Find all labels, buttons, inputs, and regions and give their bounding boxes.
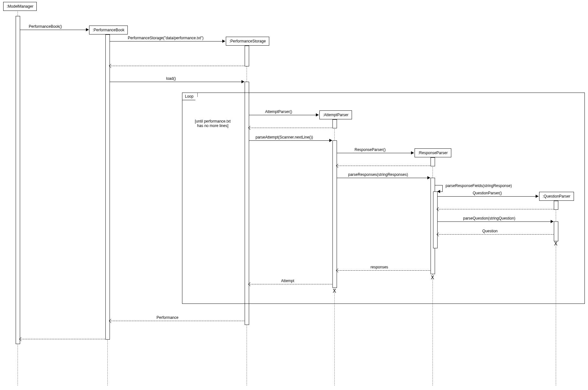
return-responses — [337, 270, 430, 271]
destroy-response-parser: X — [431, 275, 434, 281]
msg-return-responses: responses — [370, 265, 388, 269]
destroy-question-parser: X — [554, 241, 558, 247]
arrowhead-attempt-parser — [316, 113, 319, 116]
arrow-attempt-parser — [249, 115, 319, 115]
return-question — [437, 234, 554, 235]
lifeline-performance-storage: :PerformanceStorage — [226, 37, 269, 46]
arrowhead-parse-responses — [427, 176, 430, 179]
msg-performance-storage: PerformanceStorage("data/performance.txt… — [128, 36, 203, 40]
arrowhead-parse-attempt — [329, 139, 332, 142]
arrow-response-parser — [337, 153, 414, 153]
msg-text: Question — [482, 229, 498, 233]
msg-attempt-parser: AttemptParser() — [265, 109, 292, 114]
loop-guard-text: [until performance.txt has no more lines… — [195, 119, 231, 128]
return-model-manager — [20, 339, 105, 339]
arrow-load — [110, 82, 244, 82]
lifeline-label: :ModelManager — [7, 4, 33, 9]
arrow-question-parser — [437, 196, 538, 197]
msg-response-parser: ResponseParser() — [355, 147, 386, 152]
msg-performance-book: PerformanceBook() — [29, 24, 62, 29]
lifeline-performance-book: :PerformanceBook — [89, 26, 128, 34]
msg-text: parseQuestion(stringQuestion) — [463, 216, 515, 221]
loop-fragment — [182, 93, 585, 304]
msg-parse-responses: parseResponses(stringResponses) — [348, 172, 408, 177]
msg-text: parseResponseFields(stringResponse) — [446, 184, 512, 188]
arrow-performance-storage — [110, 41, 225, 41]
msg-text: ResponseParser() — [355, 147, 386, 152]
return-performance-storage — [110, 66, 244, 66]
msg-return-performance: Performance — [157, 315, 179, 320]
activation-performance-storage-1 — [245, 46, 249, 66]
arrow-parse-attempt — [249, 140, 332, 141]
arrow-performance-book — [20, 30, 89, 30]
arrowhead-performance-storage — [222, 40, 225, 43]
msg-text: parseAttempt(Scanner.nextLine()) — [256, 135, 313, 139]
activation-model-manager — [16, 16, 20, 344]
msg-parse-question: parseQuestion(stringQuestion) — [463, 216, 515, 221]
msg-load: load() — [166, 76, 176, 81]
msg-text: parseResponses(stringResponses) — [348, 172, 408, 177]
msg-text: load() — [166, 76, 176, 81]
msg-text: responses — [370, 265, 388, 269]
loop-label-text: Loop — [185, 94, 194, 99]
return-performance — [110, 321, 244, 321]
lifeline-label: :PerformanceBook — [93, 28, 124, 32]
arrowhead-performance-book — [86, 28, 89, 31]
msg-text: PerformanceStorage("data/performance.txt… — [128, 36, 203, 40]
msg-parse-attempt: parseAttempt(Scanner.nextLine()) — [256, 135, 313, 139]
return-question-parser-create — [437, 209, 554, 209]
arrow-parse-responses — [337, 178, 430, 178]
msg-text: QuestionParser() — [473, 191, 502, 195]
msg-text: Performance — [157, 315, 179, 320]
sequence-diagram: :ModelManager :PerformanceBook :Performa… — [0, 0, 588, 390]
arrowhead-parse-question — [551, 220, 554, 223]
loop-label: Loop — [182, 93, 198, 100]
lifeline-label: :PerformanceStorage — [229, 39, 266, 43]
arrowhead-self — [437, 190, 440, 193]
msg-return-attempt: Attempt — [281, 279, 294, 283]
arrowhead-load — [241, 80, 244, 83]
msg-text: AttemptParser() — [265, 109, 292, 114]
return-attempt — [249, 284, 332, 284]
arrow-parse-question — [437, 221, 554, 222]
msg-question-parser: QuestionParser() — [473, 191, 502, 195]
lifeline-model-manager: :ModelManager — [3, 2, 37, 11]
loop-guard: [until performance.txt has no more lines… — [187, 115, 238, 128]
destroy-attempt-parser: X — [333, 288, 336, 294]
return-response-parser-create — [337, 166, 430, 166]
msg-parse-response-fields: parseResponseFields(stringResponse) — [446, 184, 512, 188]
msg-text: PerformanceBook() — [29, 24, 62, 29]
msg-return-question: Question — [482, 229, 498, 233]
arrowhead-question-parser — [536, 195, 538, 198]
arrowhead-response-parser — [411, 151, 414, 154]
return-attempt-parser-create — [249, 128, 332, 128]
msg-text: Attempt — [281, 279, 294, 283]
activation-performance-book — [105, 34, 110, 340]
